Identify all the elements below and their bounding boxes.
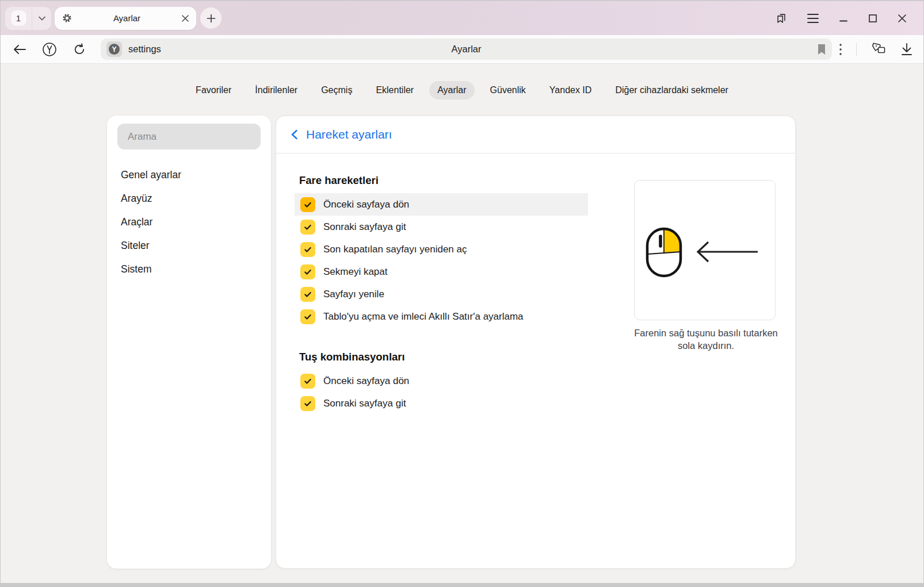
gesture-row-onceki-sayfaya-don[interactable]: Önceki sayfaya dön [295, 193, 588, 216]
nav-tab-indirilenler[interactable]: İndirilenler [247, 81, 306, 99]
gesture-row-son-kapatilan[interactable]: Son kapatılan sayfayı yeniden aç [295, 238, 588, 260]
browser-tab-ayarlar[interactable]: Ayarlar [55, 7, 196, 30]
check-icon [303, 290, 312, 299]
settings-sidebar: Genel ayarlar Arayüz Araçlar Siteler Sis… [107, 116, 271, 569]
tab-count-badge: 1 [10, 10, 27, 26]
section-heading-fare-hareketleri: Fare hareketleri [299, 174, 621, 187]
tab-counter-group: 1 [5, 7, 51, 30]
tab-list-dropdown[interactable] [32, 7, 51, 30]
checkbox-shortcut-sonraki[interactable] [300, 396, 315, 411]
plus-icon [207, 14, 216, 23]
tab-title: Ayarlar [72, 13, 181, 23]
checkbox-onceki-sayfaya-don[interactable] [300, 197, 315, 212]
extensions-button[interactable] [870, 43, 887, 56]
yandex-home-button[interactable] [40, 40, 59, 59]
checkbox-sonraki-sayfaya-git[interactable] [300, 220, 315, 235]
kebab-menu-icon [839, 43, 842, 56]
nav-tab-ayarlar[interactable]: Ayarlar [429, 81, 474, 99]
row-label: Sonraki sayfaya git [323, 221, 406, 233]
panel-title[interactable]: Hareket ayarları [306, 128, 392, 141]
bookmark-flag-icon [817, 44, 826, 55]
mouse-gesture-illustration [635, 181, 775, 320]
maximize-icon [868, 13, 878, 24]
close-window-button[interactable] [897, 13, 907, 24]
settings-panel: Hareket ayarları Fare hareketleri Önceki… [276, 116, 796, 569]
back-button[interactable] [10, 40, 29, 59]
row-label: Önceki sayfaya dön [323, 375, 409, 387]
checkbox-son-kapatilan[interactable] [300, 242, 315, 257]
checkbox-shortcut-onceki[interactable] [300, 374, 315, 389]
refresh-button[interactable] [70, 40, 89, 59]
settings-page: Favoriler İndirilenler Geçmiş Eklentiler… [1, 64, 923, 586]
chevron-down-icon [38, 16, 46, 21]
gesture-row-tablo-acma[interactable]: Tablo'yu açma ve imleci Akıllı Satır'a a… [295, 305, 588, 328]
yandex-logo-icon [41, 41, 58, 57]
maximize-button[interactable] [868, 13, 878, 24]
nav-tab-eklentiler[interactable]: Eklentiler [368, 81, 422, 99]
toolbar-divider [856, 43, 857, 56]
url-text[interactable]: settings [128, 44, 161, 55]
gesture-row-sayfayi-yenile[interactable]: Sayfayı yenile [295, 283, 588, 305]
close-icon [897, 13, 907, 24]
new-tab-button[interactable] [200, 7, 222, 29]
sidebar-list: Genel ayarlar Arayüz Araçlar Siteler Sis… [117, 163, 261, 281]
back-arrow-icon [13, 44, 26, 55]
row-label: Önceki sayfaya dön [323, 199, 409, 210]
section-heading-tus-kombinasyonlari: Tuş kombinasyonları [299, 351, 621, 363]
toolbar-right [839, 43, 913, 56]
sidebar-item-sistem[interactable]: Sistem [117, 258, 261, 281]
window-bottom-edge [1, 583, 923, 586]
sidebar-item-genel-ayarlar[interactable]: Genel ayarlar [117, 163, 261, 187]
check-icon [303, 377, 312, 386]
more-options-button[interactable] [839, 43, 842, 56]
hamburger-menu-icon [807, 13, 819, 24]
shortcut-row-onceki-sayfaya-don[interactable]: Önceki sayfaya dön [295, 370, 588, 392]
sidebar-item-arayuz[interactable]: Arayüz [117, 187, 261, 210]
address-bar[interactable]: Y settings Ayarlar [101, 39, 832, 60]
check-icon [303, 312, 312, 321]
sidebar-item-araclar[interactable]: Araçlar [117, 210, 261, 234]
row-label: Son kapatılan sayfayı yeniden aç [323, 244, 467, 255]
content-row: Genel ayarlar Arayüz Araçlar Siteler Sis… [107, 116, 923, 569]
row-label: Tablo'yu açma ve imleci Akıllı Satır'a a… [323, 311, 524, 323]
check-icon [303, 399, 312, 408]
sidebar-item-siteler[interactable]: Siteler [117, 234, 261, 258]
left-arrow-icon [698, 242, 758, 262]
back-chevron-icon [291, 129, 298, 140]
checkbox-sekmeyi-kapat[interactable] [300, 264, 315, 279]
download-icon [900, 43, 913, 56]
page-title: Ayarlar [101, 44, 832, 55]
browser-window: 1 Ayarlar [0, 0, 924, 587]
nav-tab-gecmis[interactable]: Geçmiş [313, 81, 360, 99]
gesture-row-sonraki-sayfaya-git[interactable]: Sonraki sayfaya git [295, 216, 588, 238]
bookmarks-icon [775, 12, 788, 25]
gesture-illustration-card [634, 180, 776, 320]
bookmark-page-button[interactable] [817, 44, 826, 55]
gesture-settings-column: Fare hareketleri Önceki sayfaya dön [299, 163, 621, 415]
bookmarks-panel-button[interactable] [775, 12, 788, 25]
checkbox-sayfayi-yenile[interactable] [300, 287, 315, 302]
shortcut-row-sonraki-sayfaya-git[interactable]: Sonraki sayfaya git [295, 392, 588, 415]
titlebar-controls [775, 12, 915, 25]
panel-body: Fare hareketleri Önceki sayfaya dön [276, 154, 795, 415]
nav-tab-favoriler[interactable]: Favoriler [188, 81, 239, 99]
check-icon [303, 267, 312, 277]
nav-tab-yandex-id[interactable]: Yandex ID [541, 81, 600, 99]
nav-tab-diger-cihazlar[interactable]: Diğer cihazlardaki sekmeler [607, 81, 736, 99]
search-input[interactable] [117, 124, 261, 149]
browser-menu-button[interactable] [807, 13, 819, 24]
illustration-caption: Farenin sağ tuşunu basılı tutarken sola … [634, 327, 778, 352]
tab-close-icon[interactable] [181, 14, 189, 22]
toolbar: Y settings Ayarlar [1, 35, 923, 64]
gesture-row-sekmeyi-kapat[interactable]: Sekmeyi kapat [295, 260, 588, 283]
nav-tab-guvenlik[interactable]: Güvenlik [482, 81, 534, 99]
gear-icon [62, 13, 72, 24]
minimize-button[interactable] [838, 13, 849, 24]
panel-header[interactable]: Hareket ayarları [276, 116, 795, 154]
gesture-illustration-column: Farenin sağ tuşunu basılı tutarken sola … [634, 180, 778, 415]
tab-counter-button[interactable]: 1 [5, 7, 32, 30]
downloads-button[interactable] [900, 43, 913, 56]
check-icon [303, 222, 312, 232]
checkbox-tablo-acma[interactable] [300, 309, 315, 324]
refresh-icon [72, 43, 86, 56]
